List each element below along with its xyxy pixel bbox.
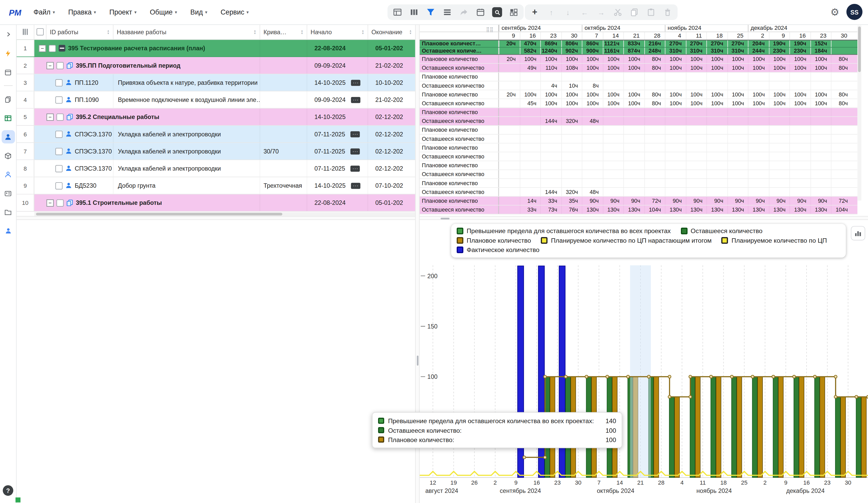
resource-cell[interactable]: 130ч xyxy=(789,205,810,214)
resource-cell[interactable]: 45ч xyxy=(519,99,540,107)
resource-cell[interactable]: 90ч xyxy=(706,197,727,205)
table-row[interactable]: 1−395 Тестирование расчета расписания (п… xyxy=(17,40,415,57)
resource-cell[interactable]: 270ч xyxy=(685,40,706,47)
layout-grid-icon[interactable] xyxy=(508,7,519,18)
resource-cell[interactable] xyxy=(685,108,706,117)
select-all-checkbox[interactable] xyxy=(34,24,46,39)
resource-cell[interactable] xyxy=(665,73,685,81)
resource-cell[interactable] xyxy=(748,134,768,143)
resource-cell[interactable]: 204ч xyxy=(748,40,768,47)
resource-cell[interactable]: 190ч xyxy=(789,40,810,47)
resource-cell[interactable] xyxy=(623,126,644,134)
resource-cell[interactable]: 20ч xyxy=(499,40,519,47)
data-table-icon[interactable] xyxy=(1,111,14,124)
resource-cell[interactable] xyxy=(519,81,540,90)
resource-cell[interactable] xyxy=(499,152,519,161)
menu-item[interactable]: Вид▾ xyxy=(190,8,207,16)
resource-cell[interactable]: 100ч xyxy=(810,55,831,63)
resource-cell[interactable] xyxy=(769,188,789,196)
resource-cell[interactable] xyxy=(499,117,519,125)
resource-cell[interactable] xyxy=(685,143,706,152)
columns-view-icon[interactable] xyxy=(409,7,420,18)
resource-cell[interactable]: 80ч xyxy=(831,64,852,72)
resource-cell[interactable] xyxy=(810,179,831,187)
resource-cell[interactable]: 80ч xyxy=(644,90,665,99)
resource-cell[interactable] xyxy=(623,188,644,196)
resource-cell[interactable] xyxy=(499,188,519,196)
resource-cell[interactable] xyxy=(582,170,602,178)
resource-cell[interactable] xyxy=(603,81,623,90)
resource-cell[interactable]: 100ч xyxy=(706,55,727,63)
resource-cell[interactable]: 76ч xyxy=(561,205,582,214)
resource-cell[interactable]: 100ч xyxy=(789,55,810,63)
resource-cell[interactable]: 320ч xyxy=(561,117,582,125)
resource-cell[interactable]: 869ч xyxy=(540,40,561,47)
resource-cell[interactable] xyxy=(519,143,540,152)
collapse-toggle[interactable]: − xyxy=(46,62,54,69)
delete-icon[interactable] xyxy=(662,7,673,18)
resource-cell[interactable]: 80ч xyxy=(831,55,852,63)
resource-cell[interactable]: 100ч xyxy=(561,55,582,63)
resource-cell[interactable] xyxy=(499,108,519,117)
resource-cell[interactable]: 100ч xyxy=(748,64,768,72)
resource-cell[interactable] xyxy=(789,117,810,125)
resource-cell[interactable] xyxy=(789,134,810,143)
resource-cell[interactable] xyxy=(748,73,768,81)
resource-cell[interactable]: 20ч xyxy=(499,90,519,99)
resource-cell[interactable] xyxy=(789,143,810,152)
resource-cell[interactable] xyxy=(582,179,602,187)
row-checkbox[interactable] xyxy=(56,62,64,69)
resource-cell[interactable] xyxy=(519,126,540,134)
resource-cell[interactable]: 90ч xyxy=(748,197,768,205)
resource-cell[interactable] xyxy=(499,179,519,187)
resource-cell[interactable]: 100ч xyxy=(685,90,706,99)
add-icon[interactable]: + xyxy=(529,7,540,18)
resource-cell[interactable]: 90ч xyxy=(623,197,644,205)
indent-icon[interactable]: → xyxy=(596,7,607,18)
resource-cell[interactable]: 108ч xyxy=(561,64,582,72)
resource-cell[interactable] xyxy=(603,73,623,81)
resource-cell[interactable] xyxy=(769,152,789,161)
resource-cell[interactable] xyxy=(706,108,727,117)
resource-cell[interactable]: 100ч xyxy=(623,99,644,107)
resource-cell[interactable] xyxy=(706,188,727,196)
legend-item[interactable]: Фактическое количество xyxy=(457,247,539,253)
resource-cell[interactable] xyxy=(789,126,810,134)
resource-cell[interactable] xyxy=(789,81,810,90)
resource-cell[interactable] xyxy=(623,134,644,143)
resource-cell[interactable]: 100ч xyxy=(561,90,582,99)
resource-cell[interactable] xyxy=(665,126,685,134)
resource-cell[interactable] xyxy=(561,179,582,187)
resource-cell[interactable]: 130ч xyxy=(706,205,727,214)
resource-cell[interactable] xyxy=(769,81,789,90)
resource-cell[interactable] xyxy=(789,188,810,196)
resource-cell[interactable] xyxy=(831,152,852,161)
resource-cell[interactable] xyxy=(706,126,727,134)
resource-cell[interactable] xyxy=(831,143,852,152)
resource-cell[interactable] xyxy=(706,161,727,170)
resource-cell[interactable]: 100ч xyxy=(706,90,727,99)
resource-cell[interactable]: 100ч xyxy=(685,55,706,63)
resource-cell[interactable]: 270ч xyxy=(665,40,685,47)
collapse-toggle[interactable]: − xyxy=(39,44,46,52)
resource-cell[interactable] xyxy=(685,179,706,187)
splitter-handle[interactable] xyxy=(441,218,450,219)
resource-cell[interactable] xyxy=(644,81,665,90)
resource-cell[interactable] xyxy=(499,197,519,205)
resource-cell[interactable] xyxy=(644,188,665,196)
resource-cell[interactable] xyxy=(540,170,561,178)
resource-cell[interactable] xyxy=(685,134,706,143)
resource-cell[interactable] xyxy=(623,108,644,117)
resource-cell[interactable]: 100ч xyxy=(810,64,831,72)
menu-item[interactable]: Правка▾ xyxy=(68,8,96,16)
resource-cell[interactable]: 100ч xyxy=(519,90,540,99)
resource-cell[interactable] xyxy=(810,73,831,81)
menu-item[interactable]: Проект▾ xyxy=(109,8,136,16)
resource-cell[interactable] xyxy=(623,73,644,81)
date-picker-button[interactable]: ··· xyxy=(351,165,360,172)
row-checkbox[interactable] xyxy=(55,79,63,86)
resource-cell[interactable] xyxy=(644,170,665,178)
resource-cell[interactable]: 20ч xyxy=(499,55,519,63)
resource-cell[interactable]: 8ч xyxy=(582,81,602,90)
resource-cell[interactable]: 100ч xyxy=(727,99,748,107)
